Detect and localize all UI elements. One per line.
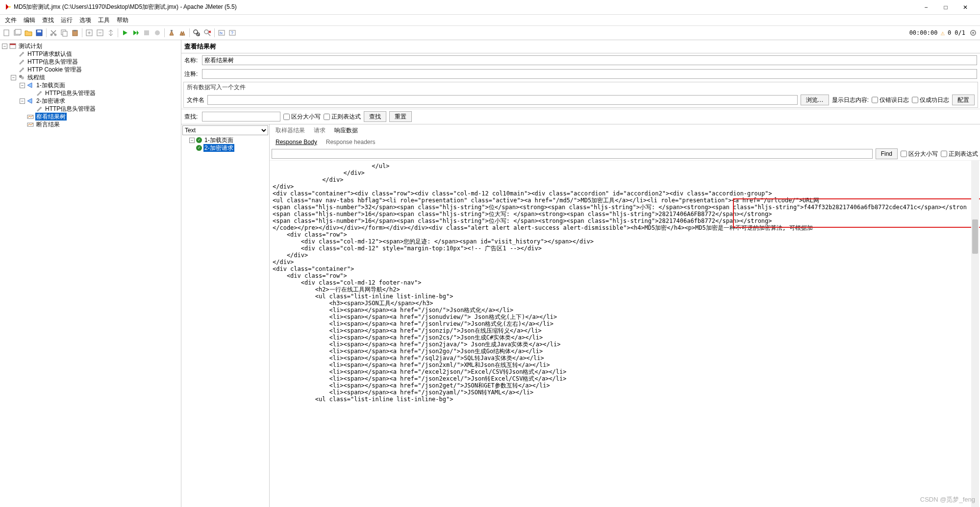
collapse-icon[interactable] bbox=[95, 28, 105, 38]
svg-rect-13 bbox=[144, 30, 149, 35]
sampler-icon bbox=[26, 97, 34, 104]
separator bbox=[118, 28, 118, 37]
response-subtabs: Response Body Response headers bbox=[270, 137, 980, 147]
render-selector[interactable]: Text bbox=[182, 125, 268, 135]
svg-rect-4 bbox=[37, 30, 41, 32]
tree-thread-group[interactable]: 线程组 bbox=[26, 73, 46, 81]
tree-http-header-mgr[interactable]: HTTP信息头管理器 bbox=[26, 58, 79, 66]
browse-button[interactable]: 浏览… bbox=[801, 95, 829, 105]
result-tabs: 取样器结果 请求 响应数据 bbox=[270, 124, 980, 137]
only-error-log-checkbox[interactable]: 仅错误日志 bbox=[872, 95, 909, 105]
success-icon: ✓ bbox=[196, 137, 202, 143]
separator bbox=[46, 28, 47, 37]
tab-request[interactable]: 请求 bbox=[310, 125, 329, 136]
tree-view-results-tree[interactable]: 察看结果树 bbox=[35, 113, 67, 121]
tab-response-data[interactable]: 响应数据 bbox=[330, 125, 362, 136]
wrench-icon bbox=[18, 58, 25, 65]
menu-options[interactable]: 选项 bbox=[76, 15, 94, 25]
tree-search-input[interactable] bbox=[202, 112, 280, 121]
clear-icon[interactable] bbox=[167, 28, 176, 38]
tree-req2[interactable]: 2-加密请求 bbox=[35, 97, 66, 105]
response-body-text[interactable]: </ul> </div> </div> </div> <div class="c… bbox=[270, 160, 980, 507]
results-tree[interactable]: Text −✓1-加载页面 ✓2-加密请求 bbox=[181, 124, 270, 507]
tab-sampler-result[interactable]: 取样器结果 bbox=[272, 125, 309, 136]
paste-icon[interactable] bbox=[70, 28, 80, 38]
svg-point-33 bbox=[40, 107, 42, 109]
tree-toggle[interactable]: − bbox=[20, 83, 25, 88]
shutdown-icon[interactable] bbox=[152, 28, 162, 38]
result-item-1[interactable]: 1-加载页面 bbox=[203, 136, 234, 144]
tree-toggle[interactable]: − bbox=[20, 98, 25, 104]
subtab-response-body[interactable]: Response Body bbox=[272, 138, 321, 146]
svg-text:?: ? bbox=[231, 30, 233, 35]
tree-req2-header[interactable]: HTTP信息头管理器 bbox=[44, 105, 97, 113]
maximize-button[interactable]: □ bbox=[936, 0, 955, 14]
start-icon[interactable] bbox=[120, 28, 130, 38]
toggle-icon[interactable] bbox=[106, 28, 116, 38]
help-icon[interactable]: ? bbox=[227, 28, 237, 38]
filename-input[interactable] bbox=[207, 95, 798, 105]
copy-icon[interactable] bbox=[59, 28, 69, 38]
templates-icon[interactable] bbox=[13, 28, 23, 38]
only-success-log-checkbox[interactable]: 仅成功日志 bbox=[912, 95, 949, 105]
search-button[interactable]: 查找 bbox=[364, 111, 386, 122]
gear-icon[interactable] bbox=[968, 28, 978, 38]
svg-point-24 bbox=[972, 32, 974, 34]
menu-file[interactable]: 文件 bbox=[2, 15, 20, 25]
svg-rect-8 bbox=[63, 31, 67, 36]
name-input[interactable] bbox=[202, 55, 977, 65]
response-body-content[interactable]: </ul> </div> </div> </div> <div class="c… bbox=[270, 161, 980, 405]
reset-search-icon[interactable] bbox=[202, 28, 212, 38]
comment-input[interactable] bbox=[202, 69, 977, 79]
svg-point-14 bbox=[155, 30, 160, 35]
run-counts: 0 0/1 bbox=[948, 29, 965, 36]
tree-toggle[interactable]: − bbox=[11, 75, 16, 80]
listener-icon bbox=[26, 113, 34, 120]
menu-help[interactable]: 帮助 bbox=[114, 15, 131, 25]
tree-http-defaults[interactable]: HTTP请求默认值 bbox=[26, 50, 73, 58]
tree-http-cookie-mgr[interactable]: HTTP Cookie 管理器 bbox=[26, 66, 83, 73]
stop-icon[interactable] bbox=[142, 28, 151, 38]
configure-button[interactable]: 配置 bbox=[952, 95, 975, 105]
clear-all-icon[interactable] bbox=[177, 28, 187, 38]
tree-assert-results[interactable]: 断言结果 bbox=[35, 121, 61, 128]
new-icon[interactable] bbox=[2, 28, 12, 38]
case-sensitive-checkbox[interactable]: 区分大小写 bbox=[283, 113, 321, 121]
response-find-input[interactable] bbox=[272, 149, 873, 159]
app-icon bbox=[5, 4, 11, 11]
open-icon[interactable] bbox=[24, 28, 33, 38]
tree-toggle[interactable]: − bbox=[2, 44, 7, 49]
close-button[interactable]: ✕ bbox=[955, 0, 975, 14]
response-regex-checkbox[interactable]: 正则表达式 bbox=[941, 149, 978, 159]
tree-req1[interactable]: 1-加载页面 bbox=[35, 81, 66, 89]
cut-icon[interactable] bbox=[49, 28, 58, 38]
scrollbar-thumb[interactable] bbox=[972, 219, 978, 254]
menu-search[interactable]: 查找 bbox=[39, 15, 57, 25]
test-plan-tree[interactable]: − 测试计划 HTTP请求默认值 HTTP信息头管理器 HTTP Cookie … bbox=[0, 40, 181, 507]
response-case-checkbox[interactable]: 区分大小写 bbox=[901, 149, 938, 159]
function-helper-icon[interactable]: fx bbox=[217, 28, 226, 38]
tree-req1-header[interactable]: HTTP信息头管理器 bbox=[44, 89, 97, 97]
tree-toggle[interactable]: − bbox=[189, 138, 195, 143]
minimize-button[interactable]: − bbox=[916, 0, 936, 14]
save-icon[interactable] bbox=[34, 28, 44, 38]
search-icon[interactable] bbox=[192, 28, 201, 38]
response-find-button[interactable]: Find bbox=[876, 148, 898, 159]
menu-run[interactable]: 运行 bbox=[58, 15, 75, 25]
result-item-2[interactable]: 2-加密请求 bbox=[203, 144, 234, 152]
testplan-icon bbox=[9, 43, 17, 49]
start-no-pause-icon[interactable] bbox=[131, 28, 141, 38]
success-icon: ✓ bbox=[196, 145, 202, 151]
tree-testplan[interactable]: 测试计划 bbox=[18, 42, 43, 50]
regex-checkbox[interactable]: 正则表达式 bbox=[324, 113, 361, 121]
svg-rect-26 bbox=[10, 44, 16, 45]
expand-icon[interactable] bbox=[84, 28, 94, 38]
subtab-response-headers[interactable]: Response headers bbox=[322, 138, 379, 146]
menu-tools[interactable]: 工具 bbox=[95, 15, 113, 25]
scrollbar[interactable] bbox=[971, 161, 979, 507]
menu-edit[interactable]: 编辑 bbox=[21, 15, 38, 25]
reset-button[interactable]: 重置 bbox=[389, 111, 412, 122]
search-label: 查找: bbox=[184, 113, 199, 121]
warning-icon[interactable]: ⚠ bbox=[940, 29, 944, 37]
listener-icon bbox=[26, 121, 34, 128]
